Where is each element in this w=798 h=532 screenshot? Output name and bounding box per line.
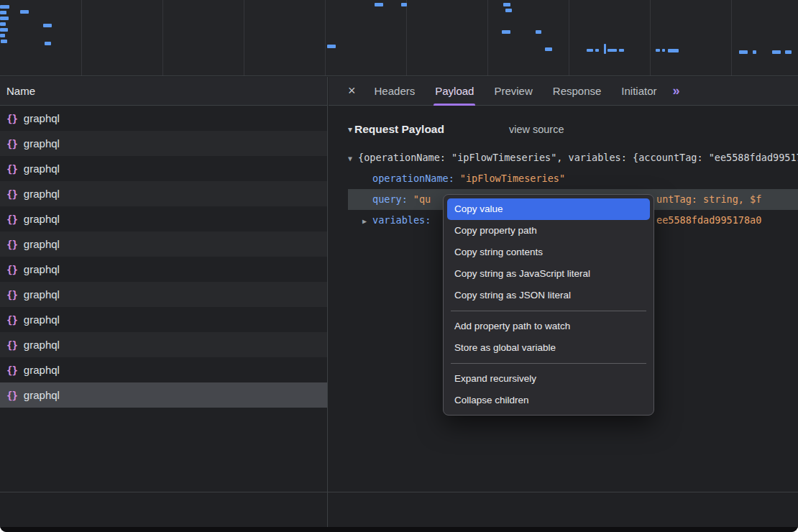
- network-request-row[interactable]: {}graphql: [0, 257, 327, 282]
- property-value: "qu: [413, 193, 431, 205]
- json-braces-icon: {}: [6, 138, 17, 150]
- menu-item-add-property-path-to-watch[interactable]: Add property path to watch: [447, 316, 650, 337]
- network-activity-bar: [502, 30, 510, 34]
- request-name: graphql: [24, 389, 60, 401]
- network-activity-bar: [503, 3, 510, 6]
- request-name: graphql: [24, 137, 60, 150]
- network-activity-bar: [545, 47, 552, 51]
- request-name: graphql: [24, 213, 60, 225]
- network-request-row[interactable]: {}graphql: [0, 282, 327, 307]
- summary-text: {operationName: "ipFlowTimeseries", vari…: [358, 152, 798, 163]
- json-braces-icon: {}: [6, 339, 17, 351]
- menu-item-copy-value[interactable]: Copy value: [447, 198, 650, 220]
- json-braces-icon: {}: [6, 314, 17, 326]
- requests-list: {}graphql{}graphql{}graphql{}graphql{}gr…: [0, 106, 327, 408]
- timeline-gridline: [650, 0, 651, 75]
- network-activity-bar: [607, 49, 617, 52]
- menu-separator: [451, 311, 646, 311]
- network-activity-bar: [375, 3, 383, 6]
- close-icon[interactable]: ×: [348, 83, 356, 98]
- name-column-header[interactable]: Name: [0, 77, 327, 106]
- network-request-row[interactable]: {}graphql: [0, 106, 327, 131]
- tab-response[interactable]: Response: [553, 77, 602, 106]
- network-request-row[interactable]: {}graphql: [0, 206, 327, 231]
- request-name: graphql: [24, 263, 60, 275]
- network-activity-bar: [739, 50, 748, 54]
- menu-item-store-as-global-variable[interactable]: Store as global variable: [447, 337, 650, 359]
- tab-preview[interactable]: Preview: [494, 77, 532, 106]
- expanded-triangle-icon[interactable]: ▼: [348, 148, 358, 168]
- network-activity-bar: [662, 49, 665, 52]
- network-activity-bar: [0, 28, 8, 32]
- context-menu: Copy valueCopy property pathCopy string …: [443, 194, 654, 416]
- json-braces-icon: {}: [6, 163, 17, 175]
- property-value: "ipFlowTimeseries": [460, 173, 565, 184]
- network-request-row[interactable]: {}graphql: [0, 131, 327, 156]
- network-requests-panel: Name {}graphql{}graphql{}graphql{}graphq…: [0, 77, 328, 528]
- tab-headers[interactable]: Headers: [375, 77, 416, 106]
- property-key: operationName:: [372, 173, 454, 184]
- network-activity-bar: [327, 45, 336, 48]
- timeline-gridline: [487, 0, 488, 75]
- window-bottom-edge: [0, 527, 798, 532]
- json-braces-icon: {}: [6, 239, 17, 250]
- tab-initiator[interactable]: Initiator: [621, 77, 656, 106]
- request-name: graphql: [24, 364, 60, 376]
- request-name: graphql: [24, 288, 60, 301]
- section-title[interactable]: Request Payload: [354, 123, 444, 136]
- network-activity-bar: [401, 3, 407, 6]
- network-activity-bar: [0, 22, 6, 26]
- network-activity-bar: [595, 49, 599, 52]
- network-activity-bar: [0, 34, 5, 37]
- network-activity-bar: [0, 17, 9, 20]
- section-collapse-icon[interactable]: ▾: [348, 124, 352, 134]
- network-activity-bar: [536, 30, 541, 34]
- menu-item-copy-string-contents[interactable]: Copy string contents: [447, 242, 650, 263]
- timeline-gridline: [569, 0, 569, 75]
- json-braces-icon: {}: [6, 390, 17, 401]
- network-request-row[interactable]: {}graphql: [0, 231, 327, 257]
- view-source-link[interactable]: view source: [509, 124, 564, 135]
- timeline-gridline: [81, 0, 82, 75]
- network-request-row[interactable]: {}graphql: [0, 382, 327, 408]
- network-request-row[interactable]: {}graphql: [0, 156, 327, 181]
- menu-item-collapse-children[interactable]: Collapse children: [447, 390, 650, 411]
- payload-summary-line[interactable]: ▼{operationName: "ipFlowTimeseries", var…: [348, 147, 798, 168]
- network-request-row[interactable]: {}graphql: [0, 357, 327, 382]
- operation-name-line[interactable]: operationName:"ipFlowTimeseries": [348, 168, 798, 189]
- menu-item-expand-recursively[interactable]: Expand recursively: [447, 368, 650, 390]
- request-name: graphql: [24, 188, 60, 200]
- property-key: query:: [372, 193, 408, 205]
- collapsed-triangle-icon[interactable]: ▶: [362, 211, 372, 231]
- details-tabs: HeadersPayloadPreviewResponseInitiator: [364, 77, 667, 106]
- network-activity-bar: [20, 10, 29, 14]
- timeline-gridline: [244, 0, 244, 75]
- network-activity-bar: [604, 44, 606, 54]
- network-request-row[interactable]: {}graphql: [0, 332, 327, 357]
- json-braces-icon: {}: [6, 113, 17, 124]
- network-request-row[interactable]: {}graphql: [0, 181, 327, 206]
- property-value-continued: untTag: string, $f: [656, 189, 761, 210]
- menu-item-copy-property-path[interactable]: Copy property path: [447, 220, 650, 242]
- network-activity-bar: [0, 5, 9, 9]
- request-name: graphql: [24, 162, 60, 175]
- menu-item-copy-string-as-javascript-literal[interactable]: Copy string as JavaScript literal: [447, 263, 650, 285]
- network-overview-timeline[interactable]: [0, 0, 798, 76]
- menu-item-copy-string-as-json-literal[interactable]: Copy string as JSON literal: [447, 285, 650, 306]
- network-request-row[interactable]: {}graphql: [0, 307, 327, 332]
- more-tabs-icon[interactable]: »: [673, 83, 680, 98]
- request-name: graphql: [24, 339, 60, 351]
- json-braces-icon: {}: [6, 214, 17, 225]
- network-activity-bar: [43, 24, 52, 27]
- timeline-gridline: [406, 0, 407, 75]
- network-activity-bar: [656, 49, 660, 52]
- tab-payload[interactable]: Payload: [435, 77, 474, 106]
- timeline-gridline: [162, 0, 163, 75]
- timeline-gridline: [731, 0, 732, 75]
- json-braces-icon: {}: [6, 264, 17, 275]
- property-value-continued: ee5588fdad995178a0: [656, 210, 761, 231]
- network-activity-bar: [772, 50, 781, 54]
- network-activity-bar: [0, 11, 6, 14]
- network-activity-bar: [45, 42, 51, 45]
- request-name: graphql: [24, 313, 60, 326]
